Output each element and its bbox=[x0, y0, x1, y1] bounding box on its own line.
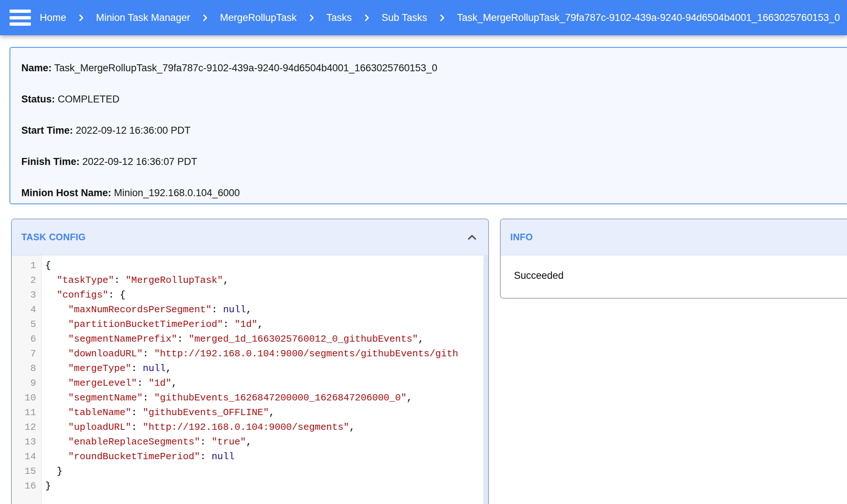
field-label: Finish Time: bbox=[21, 156, 80, 167]
code-line: 7 "downloadURL": "http://192.168.0.104:9… bbox=[12, 346, 488, 361]
summary-field: Minion Host Name: Minion_192.168.0.104_6… bbox=[21, 187, 847, 199]
code-line: 6 "segmentNamePrefix": "merged_1d_166302… bbox=[12, 332, 488, 346]
task-config-title: TASK CONFIG bbox=[21, 232, 86, 242]
editor-content: 1{2 "taskType": "MergeRollupTask",3 "con… bbox=[12, 255, 488, 493]
line-number: 11 bbox=[12, 405, 42, 420]
line-number: 1 bbox=[12, 258, 42, 273]
chevron-right-icon bbox=[362, 13, 371, 22]
code-text: "taskType": "MergeRollupTask", bbox=[42, 273, 229, 288]
code-text: "tableName": "githubEvents_OFFLINE", bbox=[42, 405, 275, 420]
chevron-right-icon bbox=[200, 13, 210, 22]
code-line: 14 "roundBucketTimePeriod": null bbox=[12, 449, 488, 464]
summary-field: Start Time: 2022-09-12 16:36:00 PDT bbox=[21, 125, 847, 136]
editor-scrollbar[interactable] bbox=[483, 255, 488, 504]
field-value: 2022-09-12 16:36:07 PDT bbox=[80, 156, 197, 167]
line-number: 15 bbox=[12, 464, 42, 479]
field-label: Minion Host Name: bbox=[21, 187, 111, 198]
breadcrumb-item[interactable]: Home bbox=[40, 13, 66, 23]
breadcrumb-item[interactable]: Sub Tasks bbox=[382, 13, 427, 23]
info-panel-title: INFO bbox=[510, 232, 533, 242]
line-number: 7 bbox=[12, 346, 42, 361]
info-panel: INFO Succeeded bbox=[500, 219, 847, 299]
line-number: 8 bbox=[12, 361, 42, 376]
code-line: 2 "taskType": "MergeRollupTask", bbox=[12, 273, 488, 288]
code-text: "segmentNamePrefix": "merged_1d_16630257… bbox=[42, 332, 424, 346]
info-panel-body: Succeeded bbox=[501, 255, 847, 296]
code-text: "roundBucketTimePeriod": null bbox=[42, 449, 235, 464]
app-bar: HomeMinion Task ManagerMergeRollupTaskTa… bbox=[0, 0, 847, 35]
code-text: "enableReplaceSegments": "true", bbox=[42, 435, 252, 449]
line-number: 3 bbox=[12, 288, 42, 302]
breadcrumb: HomeMinion Task ManagerMergeRollupTaskTa… bbox=[40, 13, 840, 23]
code-text: } bbox=[42, 479, 51, 493]
field-value: Minion_192.168.0.104_6000 bbox=[111, 187, 240, 198]
line-number: 10 bbox=[12, 390, 42, 405]
line-number: 13 bbox=[12, 435, 42, 449]
code-line: 5 "partitionBucketTimePeriod": "1d", bbox=[12, 317, 488, 332]
chevron-right-icon bbox=[437, 13, 447, 22]
code-text: "maxNumRecordsPerSegment": null, bbox=[42, 302, 252, 317]
summary-field: Finish Time: 2022-09-12 16:36:07 PDT bbox=[21, 156, 847, 168]
field-value: 2022-09-12 16:36:00 PDT bbox=[73, 125, 191, 136]
breadcrumb-item[interactable]: Minion Task Manager bbox=[96, 13, 190, 23]
summary-field: Status: COMPLETED bbox=[21, 94, 847, 105]
code-line: 9 "mergeLevel": "1d", bbox=[12, 376, 488, 390]
code-text: "mergeType": null, bbox=[42, 361, 171, 376]
code-line: 3 "configs": { bbox=[12, 288, 488, 302]
code-text: "uploadURL": "http://192.168.0.104:9000/… bbox=[42, 420, 355, 435]
line-number: 9 bbox=[12, 376, 42, 390]
code-line: 10 "segmentName": "githubEvents_16268472… bbox=[12, 390, 488, 405]
line-number: 2 bbox=[12, 273, 42, 288]
field-label: Name: bbox=[21, 62, 52, 73]
breadcrumb-item[interactable]: MergeRollupTask bbox=[220, 13, 297, 23]
task-config-editor[interactable]: 1{2 "taskType": "MergeRollupTask",3 "con… bbox=[12, 255, 488, 504]
breadcrumb-item[interactable]: Tasks bbox=[326, 13, 352, 23]
code-line: 13 "enableReplaceSegments": "true", bbox=[12, 435, 488, 449]
field-value: COMPLETED bbox=[55, 94, 120, 105]
hamburger-bar bbox=[10, 22, 31, 26]
summary-field: Name: Task_MergeRollupTask_79fa787c-9102… bbox=[21, 62, 847, 74]
code-line: 15 } bbox=[12, 464, 488, 479]
line-number: 16 bbox=[12, 479, 42, 493]
hamburger-bar bbox=[10, 10, 31, 13]
hamburger-menu-icon[interactable] bbox=[10, 10, 31, 26]
field-value: Task_MergeRollupTask_79fa787c-9102-439a-… bbox=[52, 62, 437, 73]
code-line: 1{ bbox=[12, 258, 488, 273]
chevron-right-icon bbox=[307, 13, 316, 22]
code-text: "partitionBucketTimePeriod": "1d", bbox=[42, 317, 263, 332]
code-text: { bbox=[42, 258, 51, 273]
task-summary-card: Name: Task_MergeRollupTask_79fa787c-9102… bbox=[10, 47, 847, 204]
code-text: "downloadURL": "http://192.168.0.104:900… bbox=[42, 346, 458, 361]
code-line: 11 "tableName": "githubEvents_OFFLINE", bbox=[12, 405, 488, 420]
code-line: 4 "maxNumRecordsPerSegment": null, bbox=[12, 302, 488, 317]
task-config-panel: TASK CONFIG 1{2 "taskType": "MergeRollup… bbox=[11, 219, 489, 504]
code-line: 12 "uploadURL": "http://192.168.0.104:90… bbox=[12, 420, 488, 435]
line-number: 4 bbox=[12, 302, 42, 317]
code-text: "configs": { bbox=[42, 288, 125, 302]
field-label: Start Time: bbox=[21, 125, 73, 136]
hamburger-bar bbox=[10, 16, 31, 19]
line-number: 6 bbox=[12, 332, 42, 346]
breadcrumb-item: Task_MergeRollupTask_79fa787c-9102-439a-… bbox=[457, 13, 840, 23]
code-text: "segmentName": "githubEvents_16268472000… bbox=[42, 390, 412, 405]
task-config-header[interactable]: TASK CONFIG bbox=[12, 219, 488, 255]
line-number: 14 bbox=[12, 449, 42, 464]
code-text: "mergeLevel": "1d", bbox=[42, 376, 177, 390]
line-number: 12 bbox=[12, 420, 42, 435]
chevron-up-icon[interactable] bbox=[465, 231, 479, 244]
code-line: 8 "mergeType": null, bbox=[12, 361, 488, 376]
code-text: } bbox=[42, 464, 62, 479]
line-number: 5 bbox=[12, 317, 42, 332]
chevron-right-icon bbox=[76, 13, 86, 22]
info-panel-header[interactable]: INFO bbox=[501, 219, 847, 255]
field-label: Status: bbox=[21, 94, 55, 105]
code-line: 16} bbox=[12, 479, 488, 493]
